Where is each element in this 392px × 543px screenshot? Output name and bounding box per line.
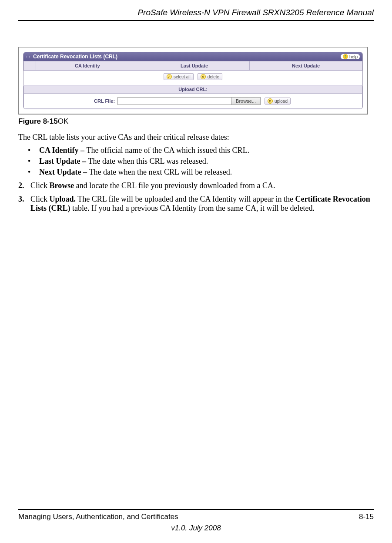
crl-panel: Certificate Revocation Lists (CRL) ? hel… bbox=[23, 52, 363, 109]
col-last-update: Last Update bbox=[139, 61, 250, 71]
step-2-post: and locate the CRL file you previously d… bbox=[74, 181, 275, 190]
step-number: 3. bbox=[18, 195, 30, 213]
step-3-post: table. If you had a previous CA Identity… bbox=[70, 204, 315, 212]
desc-ca-identify: The official name of the CA which issued… bbox=[87, 146, 250, 155]
delete-button[interactable]: ✕ delete bbox=[198, 73, 222, 80]
help-icon: ? bbox=[343, 54, 348, 59]
step-3-mid: The CRL file will be uploaded and the CA… bbox=[76, 195, 295, 203]
list-item: • CA Identify – The official name of the… bbox=[28, 146, 374, 155]
list-item: • Next Update – The date when the next C… bbox=[28, 168, 374, 177]
bullet-icon: • bbox=[28, 146, 39, 155]
term-ca-identify: CA Identify – bbox=[39, 146, 87, 155]
footer-version: v1.0, July 2008 bbox=[18, 524, 374, 533]
figure-caption: Figure 8-15OK bbox=[18, 117, 374, 126]
bullet-icon: • bbox=[28, 157, 39, 166]
step-2-pre: Click bbox=[30, 181, 50, 190]
select-all-button[interactable]: ✓ select all bbox=[164, 73, 194, 80]
figure-number: Figure 8-15 bbox=[18, 117, 58, 125]
desc-last-update: The date when this CRL was released. bbox=[88, 157, 208, 165]
page-header-title: ProSafe Wireless-N VPN Firewall SRXN3205… bbox=[18, 8, 374, 20]
term-last-update: Last Update – bbox=[39, 157, 88, 165]
table-header-row: CA Identity Last Update Next Update bbox=[24, 61, 362, 71]
term-next-update: Next Update – bbox=[39, 168, 89, 176]
upload-section-body: CRL File: Browse... ⇑ upload bbox=[24, 94, 362, 108]
upload-icon: ⇑ bbox=[268, 98, 273, 104]
step-number: 2. bbox=[18, 181, 30, 190]
step-2-bold: Browse bbox=[50, 181, 74, 190]
upload-section-header: Upload CRL: bbox=[24, 85, 362, 94]
list-item: • Last Update – The date when this CRL w… bbox=[28, 157, 374, 166]
desc-next-update: The date when the next CRL will be relea… bbox=[89, 168, 232, 176]
footer-chapter: Managing Users, Authentication, and Cert… bbox=[18, 513, 178, 521]
help-button[interactable]: ? help bbox=[341, 54, 360, 59]
help-label: help bbox=[349, 54, 358, 59]
table-action-row: ✓ select all ✕ delete bbox=[23, 71, 362, 82]
step-3-pre: Click bbox=[30, 195, 50, 203]
upload-button[interactable]: ⇑ upload bbox=[265, 98, 291, 105]
numbered-steps: 2. Click Browse and locate the CRL file … bbox=[18, 181, 374, 213]
step-2-text: Click Browse and locate the CRL file you… bbox=[30, 181, 275, 190]
check-icon: ✓ bbox=[167, 74, 172, 79]
col-next-update: Next Update bbox=[250, 61, 362, 71]
crl-file-label: CRL File: bbox=[94, 98, 115, 104]
panel-titlebar: Certificate Revocation Lists (CRL) ? hel… bbox=[23, 52, 362, 61]
delete-label: delete bbox=[208, 74, 219, 79]
panel-title-text: Certificate Revocation Lists (CRL) bbox=[33, 54, 117, 60]
bullet-list: • CA Identify – The official name of the… bbox=[18, 146, 374, 177]
delete-icon: ✕ bbox=[201, 74, 206, 79]
step-2: 2. Click Browse and locate the CRL file … bbox=[18, 181, 374, 190]
file-input-group: Browse... bbox=[117, 97, 261, 105]
step-3-text: Click Upload. The CRL file will be uploa… bbox=[30, 195, 374, 213]
step-3-bold1: Upload. bbox=[50, 195, 76, 203]
crl-file-input[interactable] bbox=[118, 98, 231, 105]
upload-label: upload bbox=[275, 99, 288, 104]
figure-screenshot: Certificate Revocation Lists (CRL) ? hel… bbox=[18, 47, 368, 115]
col-ca-identity: CA Identity bbox=[36, 61, 139, 71]
footer-page-number: 8-15 bbox=[359, 513, 374, 521]
col-checkbox bbox=[24, 61, 36, 71]
header-rule bbox=[18, 20, 374, 21]
browse-button[interactable]: Browse... bbox=[231, 98, 260, 105]
step-3: 3. Click Upload. The CRL file will be up… bbox=[18, 195, 374, 213]
page-footer: Managing Users, Authentication, and Cert… bbox=[18, 509, 374, 533]
grip-icon bbox=[26, 54, 30, 59]
select-all-label: select all bbox=[174, 74, 191, 79]
upload-section: Upload CRL: CRL File: Browse... ⇑ upload bbox=[23, 85, 362, 109]
crl-table: CA Identity Last Update Next Update bbox=[23, 61, 362, 71]
figure-suffix: OK bbox=[58, 117, 69, 125]
intro-text: The CRL table lists your active CAs and … bbox=[18, 132, 374, 142]
bullet-icon: • bbox=[28, 168, 39, 177]
